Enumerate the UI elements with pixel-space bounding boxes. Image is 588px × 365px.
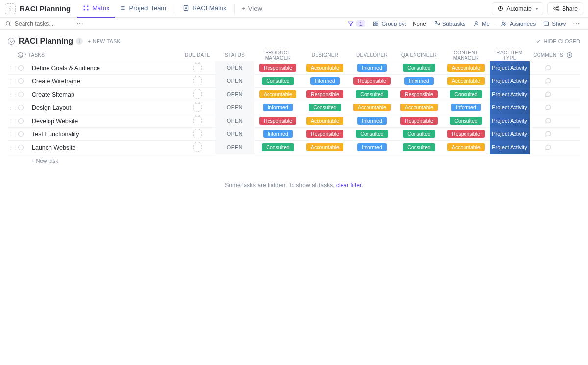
col-raci-item-type[interactable]: RACI ITEM TYPE bbox=[490, 50, 530, 61]
raci-pill-designer[interactable]: Informed bbox=[310, 77, 339, 85]
raci-pill-pm[interactable]: Consulted bbox=[262, 77, 294, 85]
subtasks-button[interactable]: Subtasks bbox=[430, 21, 469, 26]
task-name[interactable]: Develop Website bbox=[27, 118, 78, 125]
tab-matrix[interactable]: Matrix bbox=[77, 0, 114, 18]
share-button[interactable]: Share bbox=[547, 2, 583, 15]
due-date-placeholder[interactable] bbox=[193, 63, 202, 72]
raci-pill-cm[interactable]: Consulted bbox=[450, 90, 482, 98]
raci-pill-developer[interactable]: Informed bbox=[357, 64, 386, 72]
raci-item-type-cell[interactable]: Project Activity bbox=[490, 128, 530, 141]
col-designer[interactable]: DESIGNER bbox=[301, 52, 348, 58]
me-button[interactable]: Me bbox=[469, 21, 493, 26]
raci-pill-pm[interactable]: Informed bbox=[263, 104, 292, 111]
info-icon[interactable]: i bbox=[76, 38, 83, 45]
raci-pill-developer[interactable]: Informed bbox=[357, 117, 386, 125]
due-date-placeholder[interactable] bbox=[193, 90, 202, 99]
comment-icon[interactable] bbox=[544, 104, 552, 111]
raci-pill-cm[interactable]: Accountable bbox=[447, 64, 485, 72]
raci-pill-cm[interactable]: Accountable bbox=[447, 77, 485, 85]
raci-pill-qa[interactable]: Accountable bbox=[400, 104, 438, 111]
raci-item-type-cell[interactable]: Project Activity bbox=[490, 61, 530, 75]
task-checkbox[interactable] bbox=[18, 118, 24, 124]
raci-pill-designer[interactable]: Responsible bbox=[306, 90, 343, 98]
task-name[interactable]: Create Wireframe bbox=[27, 78, 80, 85]
task-checkbox[interactable] bbox=[18, 105, 24, 110]
raci-item-type-cell[interactable]: Project Activity bbox=[490, 141, 530, 154]
task-checkbox[interactable] bbox=[18, 92, 24, 97]
tab-project-team[interactable]: Project Team bbox=[115, 0, 172, 18]
drag-handle-icon[interactable]: ⋮⋮ bbox=[8, 92, 15, 97]
add-column-button[interactable] bbox=[566, 52, 580, 58]
status-cell[interactable]: OPEN bbox=[215, 75, 254, 88]
task-checkbox[interactable] bbox=[18, 78, 24, 84]
raci-item-type-cell[interactable]: Project Activity bbox=[490, 88, 530, 101]
task-name[interactable]: Create Sitemap bbox=[27, 91, 74, 98]
raci-pill-qa[interactable]: Consulted bbox=[403, 64, 435, 72]
comment-icon[interactable] bbox=[544, 90, 552, 98]
more-icon[interactable]: ⋯ bbox=[74, 20, 87, 27]
hide-closed-button[interactable]: HIDE CLOSED bbox=[536, 38, 580, 44]
status-cell[interactable]: OPEN bbox=[215, 141, 254, 154]
table-row[interactable]: ⋮⋮Define Goals & AudienceOPENResponsible… bbox=[8, 61, 580, 75]
task-name[interactable]: Test Functionality bbox=[27, 131, 79, 138]
table-row[interactable]: ⋮⋮Design LayoutOPENInformedConsultedAcco… bbox=[8, 101, 580, 114]
task-checkbox[interactable] bbox=[18, 145, 24, 150]
raci-pill-qa[interactable]: Responsible bbox=[400, 117, 438, 125]
raci-pill-pm[interactable]: Consulted bbox=[262, 143, 294, 151]
raci-pill-designer[interactable]: Accountable bbox=[306, 117, 343, 125]
tab-raci-matrix[interactable]: RACI Matrix bbox=[177, 0, 231, 18]
raci-pill-developer[interactable]: Responsible bbox=[353, 77, 391, 85]
col-product-manager[interactable]: PRODUCT MANAGER bbox=[254, 50, 301, 61]
raci-pill-designer[interactable]: Consulted bbox=[309, 104, 341, 111]
raci-pill-designer[interactable]: Accountable bbox=[306, 143, 343, 151]
raci-pill-qa[interactable]: Informed bbox=[404, 77, 433, 85]
comment-icon[interactable] bbox=[544, 130, 552, 138]
table-row[interactable]: ⋮⋮Create SitemapOPENAccountableResponsib… bbox=[8, 88, 580, 101]
raci-pill-pm[interactable]: Responsible bbox=[259, 117, 296, 125]
col-content-manager[interactable]: CONTENT MANAGER bbox=[442, 50, 490, 61]
automate-button[interactable]: Automate ▾ bbox=[492, 2, 543, 15]
new-task-inline-button[interactable]: + NEW TASK bbox=[88, 38, 121, 44]
raci-pill-pm[interactable]: Responsible bbox=[259, 64, 296, 72]
status-cell[interactable]: OPEN bbox=[215, 114, 254, 128]
col-status[interactable]: STATUS bbox=[215, 52, 254, 58]
raci-item-type-cell[interactable]: Project Activity bbox=[490, 101, 530, 114]
raci-item-type-cell[interactable]: Project Activity bbox=[490, 75, 530, 88]
drag-handle-icon[interactable]: ⋮⋮ bbox=[8, 78, 15, 84]
filter-button[interactable]: 1 bbox=[344, 20, 369, 27]
table-row[interactable]: ⋮⋮Create WireframeOPENConsultedInformedR… bbox=[8, 75, 580, 88]
task-name[interactable]: Define Goals & Audience bbox=[27, 65, 100, 72]
raci-pill-developer[interactable]: Accountable bbox=[353, 104, 391, 111]
select-all-toggle[interactable] bbox=[18, 52, 23, 58]
raci-pill-developer[interactable]: Consulted bbox=[356, 90, 388, 98]
raci-pill-cm[interactable]: Accountable bbox=[447, 143, 485, 151]
raci-pill-qa[interactable]: Consulted bbox=[403, 130, 435, 138]
col-comments[interactable]: COMMENTS bbox=[530, 52, 566, 58]
raci-pill-qa[interactable]: Consulted bbox=[403, 143, 435, 151]
search-input[interactable] bbox=[15, 20, 74, 27]
raci-item-type-cell[interactable]: Project Activity bbox=[490, 114, 530, 128]
table-row[interactable]: ⋮⋮Launch WebsiteOPENConsultedAccountable… bbox=[8, 141, 580, 154]
col-due-date[interactable]: DUE DATE bbox=[180, 52, 215, 58]
table-row[interactable]: ⋮⋮Test FunctionalityOPENInformedResponsi… bbox=[8, 128, 580, 141]
assignees-button[interactable]: Assignees bbox=[497, 21, 539, 27]
comment-icon[interactable] bbox=[544, 64, 552, 72]
status-cell[interactable]: OPEN bbox=[215, 101, 254, 114]
task-name[interactable]: Design Layout bbox=[27, 104, 71, 111]
drag-handle-icon[interactable]: ⋮⋮ bbox=[8, 65, 15, 71]
status-cell[interactable]: OPEN bbox=[215, 88, 254, 101]
raci-pill-designer[interactable]: Accountable bbox=[306, 64, 343, 72]
raci-pill-qa[interactable]: Responsible bbox=[400, 90, 438, 98]
toolbar-more-icon[interactable]: ⋯ bbox=[570, 20, 583, 27]
due-date-placeholder[interactable] bbox=[193, 116, 202, 125]
collapse-toggle[interactable] bbox=[8, 38, 15, 45]
raci-pill-cm[interactable]: Consulted bbox=[450, 117, 482, 125]
due-date-placeholder[interactable] bbox=[193, 103, 202, 112]
table-row[interactable]: ⋮⋮Develop WebsiteOPENResponsibleAccounta… bbox=[8, 114, 580, 128]
task-name[interactable]: Launch Website bbox=[27, 144, 75, 151]
group-by-button[interactable]: Group by: None bbox=[369, 21, 430, 26]
raci-pill-developer[interactable]: Consulted bbox=[356, 130, 388, 138]
raci-pill-cm[interactable]: Responsible bbox=[447, 130, 485, 138]
due-date-placeholder[interactable] bbox=[193, 143, 202, 152]
due-date-placeholder[interactable] bbox=[193, 77, 202, 85]
